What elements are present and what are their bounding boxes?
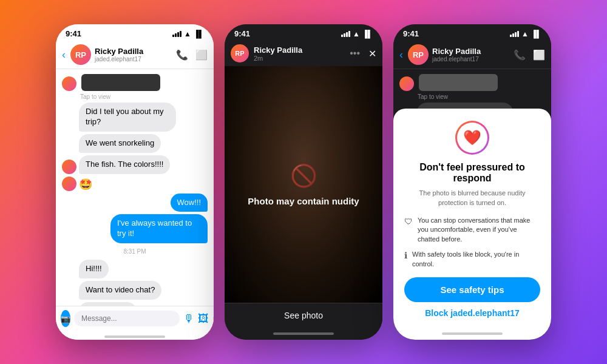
left-input-bar: 📷 🎙 🖼 😊 xyxy=(56,306,214,331)
safety-modal: ❤️ Don't feel pressured to respond The p… xyxy=(393,109,551,328)
left-bubble-5: Want to video chat? xyxy=(79,281,161,300)
left-chat-body: Tap to view Did I tell you about my trip… xyxy=(56,69,214,306)
center-phone: 9:41 ▲ ▐▌ RP Ricky Padilla 2m ••• ✕ 🚫 Ph… xyxy=(225,24,382,340)
center-avatar: RP xyxy=(231,44,249,62)
right-phone-icon[interactable]: 📞 xyxy=(514,49,526,61)
left-status-icons: ▲ ▐▌ xyxy=(172,30,204,38)
left-msg-6: I'm bored 😏 xyxy=(62,302,208,306)
left-header-info: Ricky Padilla jaded.elephant17 xyxy=(95,47,172,62)
right-contact-name: Ricky Padilla xyxy=(432,47,510,56)
left-sent-1: Wow!!! xyxy=(62,194,208,212)
right-bubble-1: Did I tell you about my trip? xyxy=(416,103,514,109)
safety-subtitle: The photo is blurred because nudity prot… xyxy=(404,189,540,207)
right-chat-header: ‹ RP Ricky Padilla jaded.elephant17 📞 ⬜ xyxy=(393,41,551,69)
right-status-icons: ▲ ▐▌ xyxy=(510,30,541,38)
right-msg-1: Did I tell you about my trip? xyxy=(399,103,545,109)
right-wifi-icon: ▲ xyxy=(521,30,529,38)
back-button[interactable]: ‹ xyxy=(62,49,66,61)
signal-icon xyxy=(172,31,181,37)
left-avatar-sm-3 xyxy=(62,177,76,191)
nudity-warning-text: Photo may contain nudity xyxy=(248,196,359,206)
right-msg-image-row xyxy=(399,74,545,91)
left-sent-2: I've always wanted to try it! xyxy=(62,214,208,243)
center-home-bar xyxy=(273,332,334,335)
center-chat-header: RP Ricky Padilla 2m ••• ✕ xyxy=(225,41,382,66)
left-chat-header: ‹ RP Ricky Padilla jaded.elephant17 📞 ⬜ xyxy=(56,41,214,69)
right-tap-to-view: Tap to view xyxy=(418,93,545,100)
center-header-info: Ricky Padilla 2m xyxy=(254,46,345,62)
right-battery-icon: ▐▌ xyxy=(531,30,541,38)
left-home-bar xyxy=(104,335,165,338)
safety-item-1: 🛡 You can stop conversations that make y… xyxy=(404,216,540,244)
info-icon: ℹ xyxy=(404,251,407,260)
close-button[interactable]: ✕ xyxy=(368,48,376,59)
center-signal-icon xyxy=(341,31,350,37)
left-tap-to-view[interactable]: Tap to view xyxy=(80,93,208,100)
left-avatar-sm xyxy=(62,76,76,91)
left-avatar: RP xyxy=(70,44,91,65)
safety-item-1-text: You can stop conversations that make you… xyxy=(418,216,540,244)
right-time: 9:41 xyxy=(403,29,419,38)
left-bubble-4: Hi!!!! xyxy=(79,260,109,278)
phone-icon[interactable]: 📞 xyxy=(176,49,188,61)
left-home-indicator xyxy=(56,331,214,340)
right-chat-body: Tap to view Did I tell you about my trip… xyxy=(393,69,551,109)
center-time: 9:41 xyxy=(234,29,250,38)
left-bubble-3: The fish. The colors!!!! xyxy=(79,155,170,174)
see-photo-label: See photo xyxy=(284,311,323,320)
left-sent-bubble-1: Wow!!! xyxy=(171,194,208,212)
right-chat-area: Tap to view Did I tell you about my trip… xyxy=(393,69,551,328)
nudity-warning-icon: 🚫 xyxy=(290,163,317,189)
center-sender-name: Ricky Padilla xyxy=(254,46,345,55)
left-image-icon[interactable]: 🖼 xyxy=(198,312,209,325)
shield-icon: 🛡 xyxy=(404,217,413,226)
left-bubble-2: We went snorkeling xyxy=(79,134,161,153)
left-phone: 9:41 ▲ ▐▌ ‹ RP Ricky Padilla jaded.eleph… xyxy=(56,24,214,340)
right-status-bar: 9:41 ▲ ▐▌ xyxy=(393,24,551,41)
video-icon[interactable]: ⬜ xyxy=(195,49,208,61)
left-bubble-1: Did I tell you about my trip? xyxy=(79,103,176,132)
left-msg-emoji: 🤩 xyxy=(62,177,208,191)
more-options-icon[interactable]: ••• xyxy=(350,48,360,59)
left-mic-icon[interactable]: 🎙 xyxy=(183,312,194,325)
left-status-bar: 9:41 ▲ ▐▌ xyxy=(56,24,214,41)
right-header-actions: 📞 ⬜ xyxy=(514,49,545,61)
left-redacted-image xyxy=(81,74,160,91)
safety-item-2-text: With safety tools like block, you're in … xyxy=(412,250,540,269)
center-status-bar: 9:41 ▲ ▐▌ xyxy=(225,24,382,41)
see-photo-bar[interactable]: See photo xyxy=(225,303,382,328)
center-battery-icon: ▐▌ xyxy=(362,30,373,38)
left-msg-5: Want to video chat? xyxy=(62,281,208,300)
right-home-bar xyxy=(442,332,503,335)
center-sender-time: 2m xyxy=(254,55,345,62)
left-avatar-sm-2 xyxy=(62,160,76,174)
left-msg-2: We went snorkeling xyxy=(62,134,208,153)
safety-item-2: ℹ With safety tools like block, you're i… xyxy=(404,250,540,269)
left-sticker-icon[interactable]: 😊 xyxy=(212,312,214,325)
left-contact-sub: jaded.elephant17 xyxy=(95,56,172,62)
block-user-button[interactable]: Block jaded.elephant17 xyxy=(404,308,540,318)
right-back-button[interactable]: ‹ xyxy=(399,49,403,61)
right-header-info: Ricky Padilla jaded.elephant17 xyxy=(432,47,510,62)
wifi-icon: ▲ xyxy=(184,30,191,38)
left-bubble-6: I'm bored 😏 xyxy=(79,302,137,306)
center-wifi-icon: ▲ xyxy=(353,30,360,38)
safety-heart-icon: ❤️ xyxy=(455,121,489,155)
battery-icon: ▐▌ xyxy=(194,30,204,38)
center-photo-area: 🚫 Photo may contain nudity xyxy=(225,66,382,303)
right-home-indicator xyxy=(393,328,551,340)
right-phone: 9:41 ▲ ▐▌ ‹ RP Ricky Padilla jaded.eleph… xyxy=(393,24,551,340)
left-camera-button[interactable]: 📷 xyxy=(61,310,70,327)
left-msg-3: The fish. The colors!!!! xyxy=(62,155,208,174)
left-header-actions: 📞 ⬜ xyxy=(176,49,208,61)
left-msg-1: Did I tell you about my trip? xyxy=(62,103,208,132)
left-time: 9:41 xyxy=(66,29,81,38)
left-emoji: 🤩 xyxy=(79,178,92,191)
see-safety-tips-button[interactable]: See safety tips xyxy=(404,277,540,302)
left-message-input[interactable] xyxy=(74,311,180,326)
right-video-icon[interactable]: ⬜ xyxy=(533,49,545,61)
left-timestamp: 8:31 PM xyxy=(62,248,208,255)
right-avatar-sm xyxy=(399,76,414,91)
left-contact-name: Ricky Padilla xyxy=(95,47,172,56)
right-signal-icon xyxy=(510,31,519,37)
